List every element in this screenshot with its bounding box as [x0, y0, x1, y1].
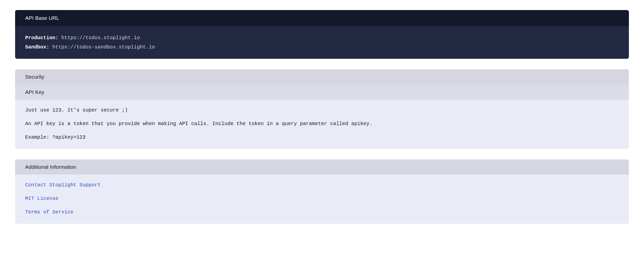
security-text: An API key is a token that you provide w…: [25, 120, 619, 128]
server-row: Production: https://todos.stoplight.io: [25, 33, 619, 42]
api-base-url-header: API Base URL: [15, 10, 629, 26]
contact-support-link[interactable]: Contact Stoplight Support: [25, 181, 619, 189]
additional-info-header: Additional Information: [15, 159, 629, 175]
security-text: Example: ?apikey=123: [25, 133, 619, 141]
server-url: https://todos-sandbox.stoplight.io: [52, 44, 155, 50]
server-label: Sandbox:: [25, 44, 49, 50]
server-row: Sandbox: https://todos-sandbox.stoplight…: [25, 42, 619, 52]
security-subheader: API Key: [15, 84, 629, 100]
api-base-url-panel: API Base URL Production: https://todos.s…: [15, 10, 629, 59]
security-header: Security: [15, 69, 629, 84]
api-base-url-body: Production: https://todos.stoplight.io S…: [15, 26, 629, 59]
security-panel: Security API Key Just use 123. It's supe…: [15, 69, 629, 149]
security-text: Just use 123. It's super secure ;): [25, 106, 619, 114]
security-body: Just use 123. It's super secure ;) An AP…: [15, 100, 629, 149]
additional-info-body: Contact Stoplight Support MIT License Te…: [15, 175, 629, 224]
server-label: Production:: [25, 35, 58, 41]
additional-info-panel: Additional Information Contact Stoplight…: [15, 159, 629, 224]
terms-link[interactable]: Terms of Service: [25, 208, 619, 216]
license-link[interactable]: MIT License: [25, 195, 619, 203]
server-url: https://todos.stoplight.io: [61, 35, 140, 41]
